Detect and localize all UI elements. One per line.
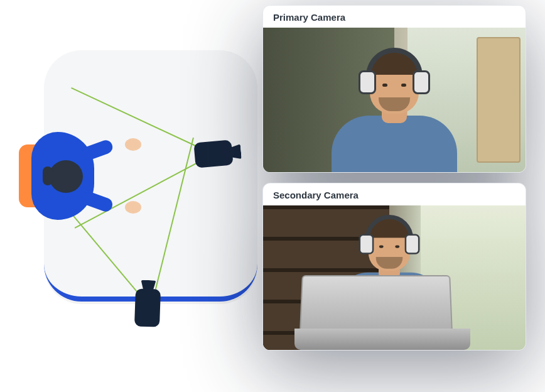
headphones-icon — [360, 48, 429, 92]
secondary-camera-feed — [263, 205, 526, 350]
camera-feeds-panel: Primary Camera — [262, 5, 526, 361]
primary-camera-icon — [193, 139, 233, 168]
hand-shape — [125, 201, 141, 214]
primary-camera-card: Primary Camera — [262, 5, 526, 173]
primary-camera-feed — [263, 28, 526, 172]
head-shape — [49, 160, 83, 193]
hand-shape — [125, 138, 141, 151]
proctoring-diagram — [19, 31, 270, 333]
headphones-icon — [360, 215, 419, 253]
primary-camera-label: Primary Camera — [263, 6, 526, 28]
subject-front-view — [332, 116, 457, 172]
laptop-shape — [301, 275, 464, 350]
secondary-camera-label: Secondary Camera — [263, 183, 526, 205]
person-top-down — [19, 126, 107, 226]
secondary-camera-card: Secondary Camera — [262, 183, 526, 351]
secondary-camera-icon — [134, 288, 161, 327]
